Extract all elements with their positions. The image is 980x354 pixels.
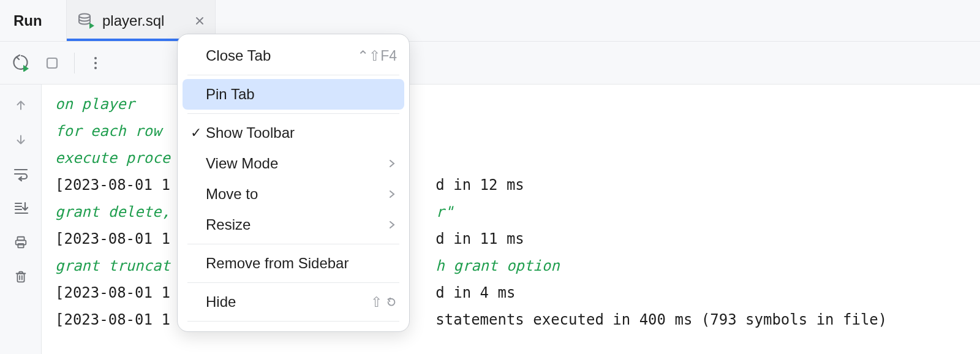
run-sql-icon [78, 12, 95, 29]
run-toolbar [0, 42, 980, 85]
menu-label: Move to [205, 186, 387, 203]
submenu-indicator [387, 159, 397, 168]
menu-close-tab[interactable]: Close Tab ⌃⇧F4 [178, 40, 409, 71]
check-icon: ✓ [187, 125, 205, 141]
output-line: grant delete, [55, 203, 170, 220]
close-tab-icon[interactable] [195, 17, 204, 25]
menu-label: Pin Tab [205, 86, 397, 103]
output-line: r" [435, 203, 453, 220]
menu-show-toolbar[interactable]: ✓ Show Toolbar [178, 118, 409, 148]
menu-separator [187, 113, 399, 114]
svg-rect-5 [17, 273, 24, 282]
scroll-to-end-button[interactable] [9, 196, 33, 220]
menu-label: Remove from Sidebar [205, 255, 397, 272]
tool-window-header: Run player.sql [0, 0, 980, 42]
menu-move-to[interactable]: Move to [178, 179, 409, 209]
svg-rect-1 [47, 58, 57, 68]
menu-pin-tab[interactable]: Pin Tab [183, 79, 404, 110]
output-line: execute proce [55, 149, 170, 167]
output-line: statements executed in 400 ms (793 symbo… [435, 311, 887, 328]
output-line: [2023-08-01 1 [55, 311, 170, 328]
soft-wrap-button[interactable] [9, 162, 33, 186]
toolbar-separator [74, 53, 75, 73]
menu-remove-from-sidebar[interactable]: Remove from Sidebar [178, 248, 409, 279]
panel-title-text: Run [13, 12, 42, 29]
output-line: h grant option [435, 257, 559, 274]
output-line: for each row [55, 122, 161, 140]
output-line: [2023-08-01 1 [55, 176, 170, 194]
menu-label: Close Tab [205, 47, 357, 64]
menu-separator [187, 75, 399, 75]
submenu-indicator [387, 220, 397, 230]
menu-separator [187, 321, 399, 322]
output-line: d in 12 ms [435, 176, 524, 194]
output-line: [2023-08-01 1 [55, 230, 170, 247]
menu-separator [187, 282, 399, 283]
menu-shortcut: ⌃⇧F4 [357, 48, 397, 64]
menu-separator [187, 244, 399, 244]
menu-label: Resize [205, 216, 387, 233]
chevron-right-icon [387, 220, 397, 230]
down-button[interactable] [9, 127, 33, 152]
submenu-indicator [387, 189, 397, 199]
svg-point-0 [79, 13, 90, 18]
run-body: on player for each row execute proce [20… [0, 85, 980, 354]
menu-label: Show Toolbar [205, 124, 397, 141]
tab-label: player.sql [102, 12, 164, 29]
menu-view-mode[interactable]: View Mode [178, 148, 409, 179]
trash-button[interactable] [9, 265, 33, 289]
chevron-right-icon [387, 189, 397, 199]
output-line: [2023-08-01 1 [55, 284, 170, 301]
output-line: d in 4 ms [435, 284, 515, 301]
menu-hide[interactable]: Hide ⇧ [178, 287, 409, 317]
more-actions-button[interactable] [83, 51, 108, 75]
chevron-right-icon [387, 159, 397, 168]
menu-shortcut: ⇧ [371, 294, 397, 311]
left-tool-column [0, 85, 42, 354]
kebab-icon [94, 57, 97, 69]
panel-title: Run [0, 0, 66, 41]
menu-resize[interactable]: Resize [178, 209, 409, 240]
rerun-button[interactable] [9, 51, 34, 75]
menu-label: View Mode [205, 155, 387, 172]
up-button[interactable] [9, 93, 33, 118]
print-button[interactable] [9, 230, 33, 255]
menu-label: Hide [205, 293, 371, 311]
output-line: grant truncat [55, 257, 170, 274]
output-line: on player [55, 96, 135, 113]
tab-context-menu: Close Tab ⌃⇧F4 Pin Tab ✓ Show Toolbar Vi… [177, 34, 410, 332]
stop-button[interactable] [40, 51, 64, 75]
escape-icon [386, 296, 397, 307]
output-line: d in 11 ms [435, 230, 524, 247]
